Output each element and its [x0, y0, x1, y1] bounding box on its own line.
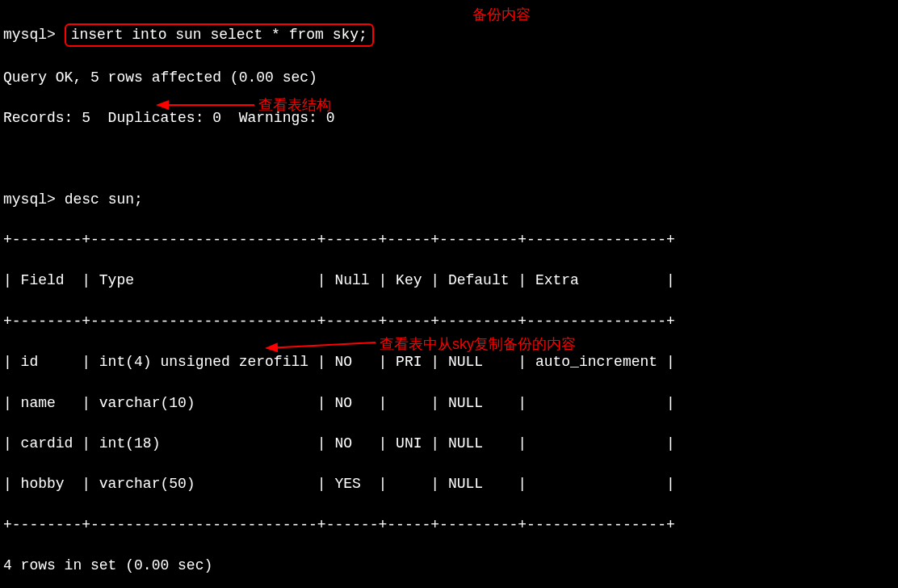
mysql-prompt: mysql>	[3, 191, 56, 208]
annotation-backup: 备份内容	[472, 5, 531, 25]
desc-row: | name | varchar(10) | NO | | NULL | |	[3, 393, 895, 414]
annotation-structure: 查看表结构	[258, 95, 331, 116]
desc-row: | id | int(4) unsigned zerofill | NO | P…	[3, 352, 895, 372]
desc-border-mid: +--------+--------------------------+---…	[3, 312, 895, 332]
annotation-view-content: 查看表中从sky复制备份的内容	[380, 334, 576, 355]
desc-border-top: +--------+--------------------------+---…	[3, 230, 895, 250]
desc-border-bot: +--------+--------------------------+---…	[3, 515, 895, 536]
mysql-prompt: mysql>	[3, 27, 56, 43]
query-ok-line: Query OK, 5 rows affected (0.00 sec)	[3, 68, 895, 88]
command-line-1[interactable]: mysql> insert into sun select * from sky…	[3, 23, 895, 47]
desc-footer: 4 rows in set (0.00 sec)	[3, 556, 895, 576]
command-line-2[interactable]: mysql> desc sun;	[3, 190, 895, 210]
desc-row: | hobby | varchar(50) | YES | | NULL | |	[3, 474, 895, 494]
insert-command: insert into sun select * from sky;	[71, 27, 367, 43]
desc-row: | cardid | int(18) | NO | UNI | NULL | |	[3, 434, 895, 454]
desc-header: | Field | Type | Null | Key | Default | …	[3, 271, 895, 291]
terminal-output: mysql> insert into sun select * from sky…	[3, 3, 895, 588]
insert-command-highlight: insert into sun select * from sky;	[65, 23, 374, 47]
desc-command: desc sun;	[65, 191, 143, 208]
records-line: Records: 5 Duplicates: 0 Warnings: 0	[3, 108, 895, 128]
